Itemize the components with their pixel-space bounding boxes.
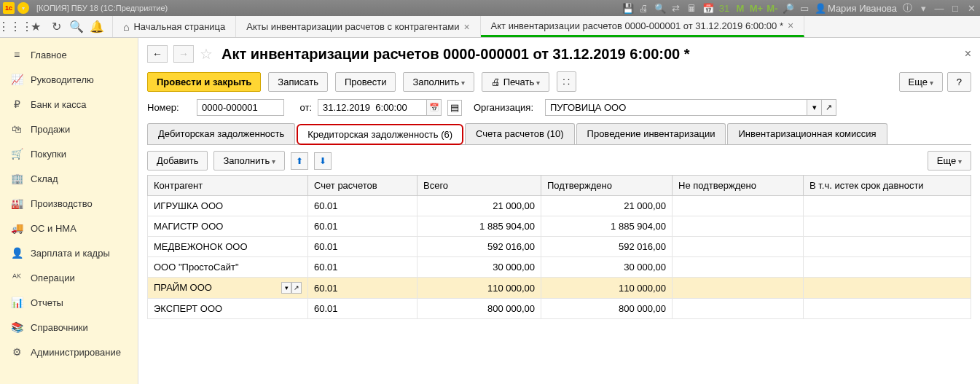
cell-total[interactable]: 110 000,00 [418,278,541,299]
tab-payables[interactable]: Кредиторская задолженность (6) [297,124,463,145]
table-more-button[interactable]: Еще [928,151,971,171]
sidebar-item-operations[interactable]: ᴬᴷОперации [0,265,138,290]
back-button[interactable]: ← [147,45,168,63]
tab-commission[interactable]: Инвентаризационная комиссия [727,123,887,144]
cell-confirmed[interactable]: 1 885 904,00 [541,216,673,237]
col-account[interactable]: Счет расчетов [308,176,418,196]
move-up-button[interactable]: ⬆ [291,152,308,170]
post-button[interactable]: Провести [335,72,396,92]
compare-icon[interactable]: ⇄ [670,2,682,14]
save-icon[interactable]: 💾 [622,2,634,14]
cell-unconfirmed[interactable] [673,216,804,237]
app-menu-drop[interactable]: ▾ [17,2,29,14]
sidebar-item-assets[interactable]: 🚚ОС и НМА [0,216,138,240]
preview-icon[interactable]: 🔍 [654,2,666,14]
cell-dropdown-icon[interactable]: ▾ [281,282,291,294]
sidebar-item-sales[interactable]: 🛍Продажи [0,117,138,141]
help-button[interactable]: ? [947,72,971,92]
tab-receivables[interactable]: Дебиторская задолженность [147,123,295,144]
tab-home[interactable]: ⌂ Начальная страница [113,16,236,37]
cell-confirmed[interactable]: 30 000,00 [541,257,673,278]
col-unconfirmed[interactable]: Не подтверждено [673,176,804,196]
cell-account[interactable]: 60.01 [308,257,418,278]
page-close-icon[interactable]: × [965,47,971,60]
tab-acts-close-icon[interactable]: × [463,21,469,33]
zoom-icon[interactable]: 🔎 [783,2,794,14]
cell-unconfirmed[interactable] [673,196,804,216]
col-counterparty[interactable]: Контрагент [148,176,308,196]
move-down-button[interactable]: ⬇ [314,152,332,170]
notifications-icon[interactable]: 🔔 [90,20,103,34]
cell-counterparty[interactable]: МЕДВЕЖОНОК ООО [148,237,308,257]
table-row[interactable]: ЭКСПЕРТ ООО60.01800 000,00800 000,00 [148,299,971,319]
tab-act-close-icon[interactable]: × [788,20,793,31]
sidebar-item-warehouse[interactable]: 🏢Склад [0,166,138,191]
m-minus-button[interactable]: M- [767,2,778,14]
tab-inventory-process[interactable]: Проведение инвентаризации [576,123,726,144]
cell-total[interactable]: 1 885 904,00 [418,216,541,237]
structure-button[interactable]: ⸬ [557,71,576,92]
favorites-icon[interactable]: ★ [29,20,42,34]
dropdown-icon[interactable]: ▾ [917,2,929,14]
post-and-close-button[interactable]: Провести и закрыть [147,72,261,92]
sidebar-item-manager[interactable]: 📈Руководителю [0,67,138,92]
table-row[interactable]: ООО "ПростоСайт"60.0130 000,0030 000,00 [148,257,971,278]
tab-acts-list[interactable]: Акты инвентаризации расчетов с контраген… [236,16,480,37]
close-window-icon[interactable]: ✕ [965,2,977,14]
sidebar-item-main[interactable]: ≡Главное [0,42,138,67]
cell-unconfirmed[interactable] [673,299,804,319]
table-row[interactable]: ИГРУШКА ООО60.0121 000,0021 000,00 [148,196,971,216]
cell-expired[interactable] [804,299,971,319]
tab-act-document[interactable]: Акт инвентаризации расчетов 0000-000001 … [481,16,805,37]
cell-confirmed[interactable]: 800 000,00 [541,299,673,319]
cell-unconfirmed[interactable] [673,278,804,299]
date-icon[interactable]: 31 [718,2,730,14]
cell-expired[interactable] [804,216,971,237]
org-input[interactable] [545,99,807,116]
cell-expired[interactable] [804,237,971,257]
cell-account[interactable]: 60.01 [308,216,418,237]
cell-counterparty[interactable]: МАГИСТР ООО [148,216,308,237]
maximize-icon[interactable]: □ [949,2,961,14]
cell-confirmed[interactable]: 110 000,00 [541,278,673,299]
cell-account[interactable]: 60.01 [308,196,418,216]
m-button[interactable]: M [734,2,746,14]
sidebar-item-reports[interactable]: 📊Отчеты [0,290,138,315]
sidebar-item-bank[interactable]: ₽Банк и касса [0,92,138,117]
print-icon[interactable]: 🖨 [638,2,650,14]
cell-expired[interactable] [804,196,971,216]
info-icon[interactable]: ⓘ [901,2,913,14]
date-input[interactable] [318,99,427,116]
cell-open-icon[interactable]: ↗ [291,282,302,294]
sidebar-item-directories[interactable]: 📚Справочники [0,315,138,340]
cell-counterparty[interactable]: ЭКСПЕРТ ООО [148,299,308,319]
cell-total[interactable]: 21 000,00 [418,196,541,216]
sidebar-item-salary[interactable]: 👤Зарплата и кадры [0,240,138,265]
cell-confirmed[interactable]: 21 000,00 [541,196,673,216]
write-button[interactable]: Записать [268,72,328,92]
col-expired[interactable]: В т.ч. истек срок давности [804,176,971,196]
print-button[interactable]: 🖨 Печать [482,72,549,92]
search-icon[interactable]: 🔍 [70,20,83,34]
cell-expired[interactable] [804,257,971,278]
sidebar-item-production[interactable]: 🏭Производство [0,191,138,216]
windows-icon[interactable]: ▭ [799,2,810,14]
doc-icon[interactable]: ▤ [447,100,462,116]
cell-total[interactable]: 30 000,00 [418,257,541,278]
cell-account[interactable]: 60.01 [308,299,418,319]
fill-button[interactable]: Заполнить [403,72,474,92]
sidebar-item-purchases[interactable]: 🛒Покупки [0,141,138,166]
apps-icon[interactable]: ⋮⋮⋮ [9,20,22,34]
user-menu[interactable]: 👤 Мария Иванова [815,3,897,14]
calendar-icon[interactable]: 📅 [702,2,714,14]
m-plus-button[interactable]: M+ [750,2,762,14]
table-row[interactable]: МАГИСТР ООО60.011 885 904,001 885 904,00 [148,216,971,237]
calc-icon[interactable]: 🖩 [686,2,698,14]
cell-total[interactable]: 592 016,00 [418,237,541,257]
calendar-picker-icon[interactable]: 📅 [427,99,442,116]
cell-counterparty[interactable]: ООО "ПростоСайт" [148,257,308,278]
number-input[interactable] [197,99,284,116]
tab-accounts[interactable]: Счета расчетов (10) [465,123,575,144]
cell-unconfirmed[interactable] [673,257,804,278]
minimize-icon[interactable]: — [933,2,945,14]
